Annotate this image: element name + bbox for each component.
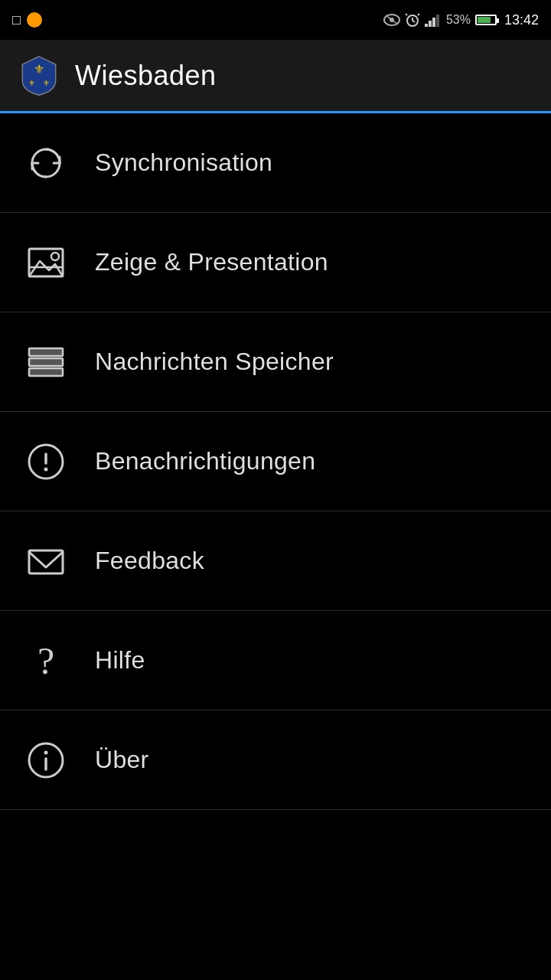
- menu-item-nachrichten-speicher[interactable]: Nachrichten Speicher: [0, 312, 551, 412]
- menu-item-feedback[interactable]: Feedback: [0, 511, 551, 611]
- alert-circle-icon: [24, 440, 67, 483]
- status-bar-left: □: [12, 12, 42, 28]
- status-time: 13:42: [504, 12, 539, 28]
- status-bar-right: 53% 13:42: [383, 12, 539, 28]
- svg-rect-18: [29, 348, 63, 356]
- menu-item-ueber-label: Über: [95, 746, 149, 774]
- menu-item-hilfe-label: Hilfe: [95, 646, 145, 675]
- record-icon: [27, 12, 42, 28]
- sync-icon: [24, 142, 67, 185]
- svg-point-23: [44, 467, 48, 471]
- help-icon: ?: [24, 639, 67, 682]
- list-icon: [24, 341, 67, 384]
- battery-percent: 53%: [446, 13, 471, 27]
- menu-item-synchronisation-label: Synchronisation: [95, 149, 272, 177]
- status-bar: □ 53% 13:42: [0, 0, 551, 40]
- app-bar: ⚜ ⚜ ⚜ Wiesbaden: [0, 40, 551, 113]
- svg-rect-10: [432, 18, 435, 27]
- app-title: Wiesbaden: [75, 60, 217, 92]
- svg-rect-24: [29, 550, 63, 573]
- menu-item-benachrichtigungen-label: Benachrichtigungen: [95, 447, 315, 475]
- alarm-icon: [405, 12, 420, 28]
- svg-rect-8: [425, 24, 428, 27]
- app-logo: ⚜ ⚜ ⚜: [18, 55, 60, 96]
- eye-icon: [383, 14, 400, 26]
- svg-text:⚜: ⚜: [28, 79, 35, 87]
- svg-point-26: [44, 750, 48, 754]
- mail-icon: [24, 540, 67, 583]
- svg-rect-20: [29, 368, 63, 376]
- svg-rect-9: [429, 21, 432, 27]
- menu-item-hilfe[interactable]: ? Hilfe: [0, 611, 551, 710]
- menu-item-zeige-label: Zeige & Presentation: [95, 248, 328, 276]
- svg-rect-19: [29, 358, 63, 366]
- svg-text:⚜: ⚜: [34, 63, 44, 76]
- svg-line-6: [406, 14, 407, 15]
- question-mark-icon: ?: [37, 642, 54, 680]
- signal-icon: [425, 13, 442, 27]
- svg-line-5: [412, 21, 415, 22]
- svg-rect-11: [436, 15, 439, 27]
- menu-list: Synchronisation Zeige & Presentation Nac…: [0, 113, 551, 810]
- screenshot-icon: □: [12, 12, 21, 28]
- battery-icon: [475, 15, 497, 25]
- menu-item-benachrichtigungen[interactable]: Benachrichtigungen: [0, 412, 551, 511]
- menu-item-synchronisation[interactable]: Synchronisation: [0, 113, 551, 213]
- svg-point-17: [51, 253, 59, 260]
- menu-item-zeige-presentation[interactable]: Zeige & Presentation: [0, 213, 551, 312]
- menu-item-nachrichten-label: Nachrichten Speicher: [95, 348, 334, 376]
- menu-item-ueber[interactable]: Über: [0, 710, 551, 810]
- image-icon: [24, 241, 67, 284]
- svg-line-2: [386, 15, 398, 24]
- svg-line-7: [418, 14, 419, 15]
- menu-item-feedback-label: Feedback: [95, 547, 204, 575]
- info-circle-icon: [24, 739, 67, 782]
- svg-text:⚜: ⚜: [43, 79, 50, 87]
